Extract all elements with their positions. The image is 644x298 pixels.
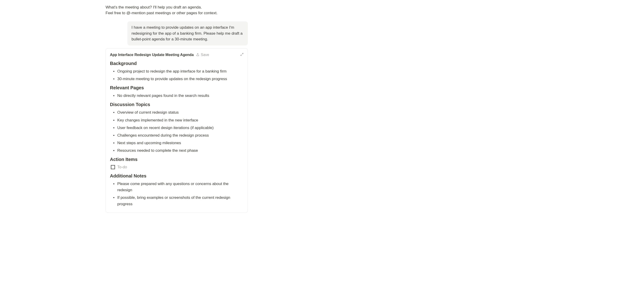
list-item: Key changes implemented in the new inter… — [110, 117, 244, 123]
list-item: Overview of current redesign status — [110, 109, 244, 116]
relevant-pages-list: No directly relevant pages found in the … — [110, 92, 244, 99]
list-item: User feedback on recent design iteration… — [110, 125, 244, 131]
save-label: Save — [201, 52, 209, 58]
background-list: Ongoing project to redesign the app inte… — [110, 68, 244, 82]
heading-action-items: Action Items — [110, 156, 244, 163]
user-message: I have a meeting to provide updates on a… — [128, 21, 248, 46]
list-item: Ongoing project to redesign the app inte… — [110, 68, 244, 74]
expand-icon — [240, 52, 244, 58]
list-item: Please come prepared with any questions … — [110, 181, 244, 193]
list-item: If possible, bring examples or screensho… — [110, 194, 244, 207]
card-title: App Interface Redesign Update Meeting Ag… — [110, 52, 194, 58]
list-item: Challenges encountered during the redesi… — [110, 132, 244, 138]
todo-row[interactable]: To-do — [110, 164, 244, 170]
chat-container: What's the meeting about? I'll help you … — [106, 0, 248, 218]
list-item: Resources needed to complete the next ph… — [110, 148, 244, 154]
heading-relevant-pages: Relevant Pages — [110, 84, 244, 91]
heading-additional-notes: Additional Notes — [110, 172, 244, 179]
card-header: App Interface Redesign Update Meeting Ag… — [110, 52, 244, 58]
discussion-topics-list: Overview of current redesign status Key … — [110, 109, 244, 154]
assistant-intro-line2: Feel free to @-mention past meetings or … — [106, 10, 248, 16]
assistant-intro-line1: What's the meeting about? I'll help you … — [106, 4, 248, 10]
additional-notes-list: Please come prepared with any questions … — [110, 181, 244, 207]
save-icon — [196, 53, 200, 56]
heading-discussion-topics: Discussion Topics — [110, 101, 244, 108]
expand-button[interactable] — [240, 52, 244, 58]
list-item: Next steps and upcoming milestones — [110, 140, 244, 146]
todo-label: To-do — [117, 164, 127, 170]
save-button[interactable]: Save — [196, 52, 209, 58]
heading-background: Background — [110, 60, 244, 67]
list-item: No directly relevant pages found in the … — [110, 92, 244, 99]
list-item: 30-minute meeting to provide updates on … — [110, 76, 244, 82]
agenda-card: App Interface Redesign Update Meeting Ag… — [106, 48, 248, 213]
assistant-intro: What's the meeting about? I'll help you … — [106, 4, 248, 16]
todo-checkbox[interactable] — [111, 165, 115, 169]
